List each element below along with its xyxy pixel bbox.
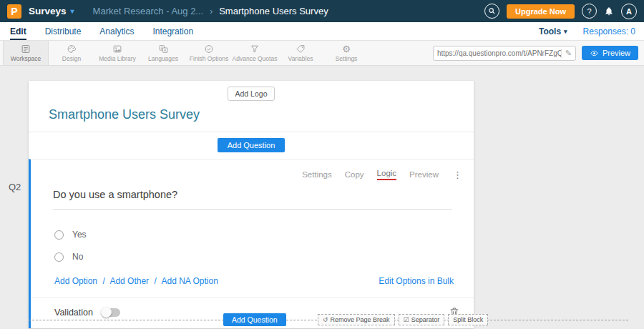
toolbar-right: ✎ Preview — [433, 41, 644, 65]
tab-distribute-label: Distribute — [45, 26, 82, 36]
tab-analytics-label: Analytics — [99, 26, 134, 36]
survey-canvas: Q2 Add Logo Smartphone Users Survey Add … — [0, 66, 644, 329]
toolbar-item-advance-quotas[interactable]: Advance Quotas — [232, 41, 278, 65]
add-logo-button[interactable]: Add Logo — [228, 87, 275, 101]
tools-dropdown[interactable]: Tools ▾ — [539, 26, 567, 36]
workspace-icon — [21, 44, 31, 54]
question-block: Settings Copy Logic Preview ⋮ Do you use… — [29, 159, 474, 328]
split-block-label: Split Block — [453, 316, 483, 323]
toolbar-item-label: Variables — [288, 55, 313, 62]
question-text[interactable]: Do you use a smartphone? — [53, 189, 452, 210]
toolbar-item-design[interactable]: Design — [49, 41, 94, 65]
toolbar-item-label: Finish Options — [190, 55, 228, 62]
tab-edit[interactable]: Edit — [10, 22, 26, 40]
page-break-row: Add Question ↺ Remove Page Break ☑ Separ… — [29, 313, 628, 328]
help-button[interactable]: ? — [582, 4, 597, 19]
brand-logo-letter: P — [11, 6, 17, 17]
answer-option-label[interactable]: No — [72, 252, 83, 262]
add-question-row: Add Question — [29, 132, 474, 159]
radio-button[interactable] — [54, 252, 64, 262]
search-icon — [488, 7, 496, 15]
top-bar: P Surveys ▾ Market Research - Aug 2... ›… — [0, 0, 644, 22]
remove-page-break-button[interactable]: ↺ Remove Page Break — [318, 314, 395, 325]
tools-label: Tools — [539, 26, 561, 36]
toolbar-item-workspace[interactable]: Workspace — [3, 41, 49, 65]
surveys-dropdown[interactable]: Surveys ▾ — [29, 6, 74, 16]
answer-option-row: No — [54, 252, 474, 262]
page-break-actions: ↺ Remove Page Break ☑ Separator Split Bl… — [318, 314, 488, 325]
add-other-link[interactable]: Add Other — [109, 276, 149, 286]
surveys-label: Surveys — [29, 6, 67, 16]
answer-option-label[interactable]: Yes — [72, 230, 87, 240]
tab-analytics[interactable]: Analytics — [99, 22, 134, 40]
separator-label: Separator — [411, 316, 440, 323]
option-links: Add Option / Add Other / Add NA Option — [54, 276, 218, 286]
main-nav: Edit Distribute Analytics Integration To… — [0, 22, 644, 41]
preview-label: Preview — [602, 49, 630, 57]
help-icon: ? — [587, 7, 591, 16]
avatar[interactable]: A — [621, 4, 637, 19]
preview-button[interactable]: Preview — [582, 46, 638, 60]
chevron-down-icon: ▾ — [71, 7, 74, 15]
toolbar-item-languages[interactable]: AA Languages — [140, 41, 186, 65]
add-na-option-link[interactable]: Add NA Option — [161, 276, 218, 286]
search-button[interactable] — [484, 4, 499, 19]
add-question-footer-button[interactable]: Add Question — [223, 313, 286, 326]
breadcrumb: Market Research - Aug 2... › Smartphone … — [93, 6, 328, 16]
survey-url-input[interactable] — [437, 49, 561, 57]
toolbar-item-media-library[interactable]: Media Library — [94, 41, 140, 65]
tab-integration[interactable]: Integration — [152, 22, 193, 40]
toolbar-item-label: Settings — [336, 55, 358, 62]
undo-icon: ↺ — [323, 316, 328, 323]
topbar-actions: Upgrade Now ? A — [484, 4, 637, 19]
answer-option-row: Yes — [54, 230, 474, 240]
bell-icon — [604, 6, 614, 16]
palette-icon — [67, 44, 77, 54]
kebab-menu-icon[interactable]: ⋮ — [453, 170, 462, 180]
nav-right: Tools ▾ Responses: 0 — [539, 22, 644, 40]
toolbar-item-finish-options[interactable]: Finish Options — [186, 41, 232, 65]
upgrade-now-button[interactable]: Upgrade Now — [507, 4, 575, 19]
breadcrumb-separator: › — [210, 6, 213, 16]
remove-page-break-label: Remove Page Break — [331, 316, 390, 323]
toolbar-item-settings[interactable]: ⚙ Settings — [323, 41, 369, 65]
avatar-letter: A — [626, 7, 632, 16]
languages-icon: AA — [158, 44, 169, 54]
tab-edit-label: Edit — [10, 26, 26, 36]
question-copy-link[interactable]: Copy — [345, 170, 364, 179]
split-block-button[interactable]: Split Block — [448, 314, 488, 325]
logo-row: Add Logo — [29, 81, 474, 101]
responses-count[interactable]: Responses: 0 — [583, 26, 635, 36]
gear-icon: ⚙ — [342, 44, 351, 54]
toolbar-item-label: Design — [62, 55, 81, 62]
add-question-button[interactable]: Add Question — [218, 138, 286, 152]
toolbar-item-label: Languages — [148, 55, 178, 62]
radio-button[interactable] — [54, 230, 64, 240]
app-window: P Surveys ▾ Market Research - Aug 2... ›… — [0, 0, 644, 329]
link-separator: / — [154, 276, 156, 286]
breadcrumb-current: Smartphone Users Survey — [219, 6, 328, 16]
eye-icon — [590, 49, 599, 57]
option-links-row: Add Option / Add Other / Add NA Option E… — [54, 276, 454, 286]
edit-url-icon[interactable]: ✎ — [561, 49, 572, 58]
add-option-link[interactable]: Add Option — [54, 276, 97, 286]
question-settings-link[interactable]: Settings — [302, 170, 332, 179]
tab-distribute[interactable]: Distribute — [45, 22, 82, 40]
tag-icon — [296, 44, 306, 54]
edit-options-in-bulk-link[interactable]: Edit Options in Bulk — [379, 276, 454, 286]
survey-url-box: ✎ — [433, 46, 576, 61]
brand-logo[interactable]: P — [7, 4, 21, 19]
notifications-button[interactable] — [604, 6, 614, 16]
toolbar-item-variables[interactable]: Variables — [278, 41, 323, 65]
funnel-icon — [250, 44, 260, 54]
survey-title[interactable]: Smartphone Users Survey — [49, 107, 474, 122]
tab-integration-label: Integration — [152, 26, 193, 36]
separator-button[interactable]: ☑ Separator — [399, 314, 445, 325]
survey-card: Add Logo Smartphone Users Survey Add Que… — [29, 81, 474, 328]
link-separator: / — [102, 276, 104, 286]
image-icon — [112, 44, 122, 54]
question-logic-link[interactable]: Logic — [377, 169, 397, 180]
chevron-down-icon: ▾ — [564, 28, 567, 35]
question-preview-link[interactable]: Preview — [409, 170, 439, 179]
breadcrumb-parent[interactable]: Market Research - Aug 2... — [93, 6, 204, 16]
